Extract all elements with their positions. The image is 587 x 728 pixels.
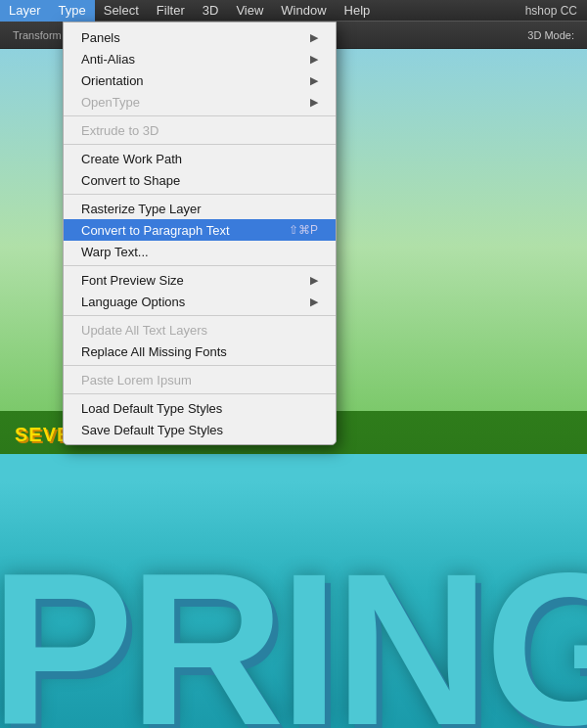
menu-select[interactable]: Select xyxy=(95,0,148,22)
menu-item-rasterize[interactable]: Rasterize Type Layer xyxy=(64,198,336,219)
menu-item-warp-text[interactable]: Warp Text... xyxy=(64,241,336,262)
menu-item-opentype[interactable]: OpenType ▶ xyxy=(64,91,336,113)
separator-4 xyxy=(64,265,336,266)
menu-item-language[interactable]: Language Options ▶ xyxy=(64,291,336,312)
menu-layer[interactable]: Layer xyxy=(0,0,50,22)
menu-item-antialias[interactable]: Anti-Alias ▶ xyxy=(64,48,336,69)
separator-5 xyxy=(64,315,336,316)
menu-bar: Layer Type Select Filter 3D View Window … xyxy=(0,0,587,22)
menu-item-replace-fonts[interactable]: Replace All Missing Fonts xyxy=(64,341,336,362)
menu-item-load-styles[interactable]: Load Default Type Styles xyxy=(64,397,336,419)
type-dropdown-menu: Panels ▶ Anti-Alias ▶ Orientation ▶ Open… xyxy=(63,22,337,445)
toolbar-3d-label: 3D Mode: xyxy=(527,29,574,41)
separator-6 xyxy=(64,365,336,366)
spring-letters: PRING xyxy=(0,542,587,728)
toolbar-right: 3D Mode: xyxy=(527,29,582,41)
separator-2 xyxy=(64,144,336,145)
arrow-icon: ▶ xyxy=(310,31,318,44)
menu-item-orientation[interactable]: Orientation ▶ xyxy=(64,69,336,91)
separator-3 xyxy=(64,194,336,195)
menu-item-paste-lorem[interactable]: Paste Lorem Ipsum xyxy=(64,369,336,390)
separator-1 xyxy=(64,115,336,116)
menu-item-font-preview[interactable]: Font Preview Size ▶ xyxy=(64,269,336,291)
menu-item-extrude[interactable]: Extrude to 3D xyxy=(64,119,336,141)
arrow-icon: ▶ xyxy=(310,53,318,66)
menu-item-panels[interactable]: Panels ▶ xyxy=(64,26,336,48)
menu-3d[interactable]: 3D xyxy=(194,0,228,22)
menu-view[interactable]: View xyxy=(227,0,272,22)
separator-7 xyxy=(64,393,336,394)
arrow-icon: ▶ xyxy=(310,74,318,87)
spring-background: PRING xyxy=(0,454,587,728)
menu-item-update-all[interactable]: Update All Text Layers xyxy=(64,319,336,341)
shortcut-label: ⇧⌘P xyxy=(289,223,318,237)
menu-type[interactable]: Type xyxy=(50,0,95,22)
app-title: hshop CC xyxy=(525,4,587,18)
menu-help[interactable]: Help xyxy=(336,0,380,22)
arrow-icon: ▶ xyxy=(310,296,318,308)
arrow-icon: ▶ xyxy=(310,96,318,109)
menu-item-create-work-path[interactable]: Create Work Path xyxy=(64,148,336,169)
menu-item-save-styles[interactable]: Save Default Type Styles xyxy=(64,419,336,440)
arrow-icon: ▶ xyxy=(310,274,318,287)
menu-filter[interactable]: Filter xyxy=(148,0,194,22)
menu-item-convert-to-shape[interactable]: Convert to Shape xyxy=(64,169,336,191)
menu-item-convert-paragraph[interactable]: Convert to Paragraph Text ⇧⌘P xyxy=(64,219,336,241)
menu-window[interactable]: Window xyxy=(272,0,335,22)
